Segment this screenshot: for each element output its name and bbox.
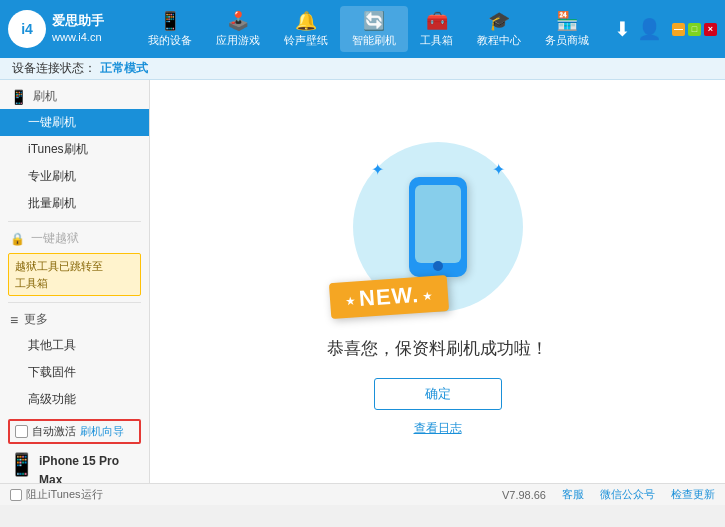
itunes-row: 阻止iTunes运行	[10, 487, 103, 502]
nav-bar: 📱 我的设备 🕹️ 应用游戏 🔔 铃声壁纸 🔄 智能刷机 🧰 工具箱 🎓 教程中…	[123, 6, 614, 52]
sidebar-item-advanced[interactable]: 高级功能	[0, 386, 149, 413]
body: 📱 刷机 一键刷机 iTunes刷机 专业刷机 批量刷机 🔒 一键越狱 越狱工具…	[0, 80, 725, 483]
auto-activate-checkbox[interactable]	[15, 425, 28, 438]
jailbreak-warning-box: 越狱工具已跳转至工具箱	[8, 253, 141, 296]
success-message: 恭喜您，保资料刷机成功啦！	[327, 337, 548, 360]
sidebar-more-header: ≡ 更多	[0, 307, 149, 332]
more-icon: ≡	[10, 312, 18, 328]
logo-text: 爱思助手 www.i4.cn	[52, 12, 104, 46]
sidebar-section-flash-header: 📱 刷机	[0, 80, 149, 109]
sidebar-item-download-firmware[interactable]: 下载固件	[0, 359, 149, 386]
device-name: iPhone 15 Pro Max	[39, 452, 141, 483]
status-bar: 设备连接状态： 正常模式	[0, 58, 725, 80]
ringtone-icon: 🔔	[295, 10, 317, 32]
nav-item-my-device[interactable]: 📱 我的设备	[136, 6, 204, 52]
smart-flash-label: 智能刷机	[352, 33, 396, 48]
app-name: 爱思助手	[52, 12, 104, 30]
service-label: 务员商城	[545, 33, 589, 48]
auto-activate-row: 自动激活 刷机向导	[8, 419, 141, 444]
close-button[interactable]: ×	[704, 23, 717, 36]
lock-icon: 🔒	[10, 232, 25, 246]
sidebar-item-other-tools[interactable]: 其他工具	[0, 332, 149, 359]
jailbreak-label: 一键越狱	[31, 230, 79, 247]
bottom-bar: 阻止iTunes运行 V7.98.66 客服 微信公众号 检查更新	[0, 483, 725, 505]
toolbox-icon: 🧰	[426, 10, 448, 32]
phone-screen	[415, 185, 461, 263]
nav-item-service[interactable]: 🏪 务员商城	[533, 6, 601, 52]
log-link[interactable]: 查看日志	[414, 420, 462, 437]
tutorial-label: 教程中心	[477, 33, 521, 48]
nav-item-apps-games[interactable]: 🕹️ 应用游戏	[204, 6, 272, 52]
check-update-link[interactable]: 检查更新	[671, 487, 715, 502]
my-device-label: 我的设备	[148, 33, 192, 48]
phone-body	[409, 177, 467, 277]
header-right: ⬇ 👤 — □ ×	[614, 17, 717, 41]
confirm-button[interactable]: 确定	[374, 378, 502, 410]
window-controls: — □ ×	[672, 23, 717, 36]
logo-icon: i4	[21, 21, 33, 37]
itunes-label: 阻止iTunes运行	[26, 487, 103, 502]
device-details: iPhone 15 Pro Max 512GB iPhone	[39, 452, 141, 483]
logo-area: i4 爱思助手 www.i4.cn	[8, 10, 123, 48]
tutorial-icon: 🎓	[488, 10, 510, 32]
main-content: ✦ ✦ ★NEW.★ 恭喜您，保资料刷机成功啦！ 确定 查看日志	[150, 80, 725, 483]
status-prefix: 设备连接状态：	[12, 60, 96, 77]
flash-section-icon: 📱	[10, 89, 27, 105]
nav-item-smart-flash[interactable]: 🔄 智能刷机	[340, 6, 408, 52]
success-illustration: ✦ ✦ ★NEW.★	[338, 127, 538, 327]
sparkle-top-left-icon: ✦	[371, 160, 384, 179]
smart-flash-icon: 🔄	[363, 10, 385, 32]
nav-item-tutorial[interactable]: 🎓 教程中心	[465, 6, 533, 52]
toolbox-label: 工具箱	[420, 33, 453, 48]
jailbreak-warning-text: 越狱工具已跳转至工具箱	[15, 260, 103, 289]
sidebar: 📱 刷机 一键刷机 iTunes刷机 专业刷机 批量刷机 🔒 一键越狱 越狱工具…	[0, 80, 150, 483]
new-star-right: ★	[421, 289, 432, 301]
minimize-button[interactable]: —	[672, 23, 685, 36]
sidebar-item-one-key-flash[interactable]: 一键刷机	[0, 109, 149, 136]
auto-activate-label: 自动激活	[32, 424, 76, 439]
status-mode: 正常模式	[100, 60, 148, 77]
sidebar-divider-2	[8, 302, 141, 303]
device-info-row: 📱 iPhone 15 Pro Max 512GB iPhone	[0, 448, 149, 483]
sidebar-item-pro-flash[interactable]: 专业刷机	[0, 163, 149, 190]
version-text: V7.98.66	[502, 489, 546, 501]
bottom-right: V7.98.66 客服 微信公众号 检查更新	[502, 487, 715, 502]
phone-home-button	[433, 261, 443, 271]
sidebar-item-batch-flash[interactable]: 批量刷机	[0, 190, 149, 217]
sidebar-item-itunes-flash[interactable]: iTunes刷机	[0, 136, 149, 163]
new-banner: ★NEW.★	[328, 274, 448, 318]
logo-circle: i4	[8, 10, 46, 48]
download-icon[interactable]: ⬇	[614, 17, 631, 41]
apps-games-icon: 🕹️	[227, 10, 249, 32]
device-phone-icon: 📱	[8, 452, 35, 478]
nav-item-ringtone[interactable]: 🔔 铃声壁纸	[272, 6, 340, 52]
customer-service-link[interactable]: 客服	[562, 487, 584, 502]
apps-games-label: 应用游戏	[216, 33, 260, 48]
more-label: 更多	[24, 311, 48, 328]
wechat-link[interactable]: 微信公众号	[600, 487, 655, 502]
app-url: www.i4.cn	[52, 30, 104, 45]
service-icon: 🏪	[556, 10, 578, 32]
sidebar-divider-1	[8, 221, 141, 222]
sidebar-jailbreak-header: 🔒 一键越狱	[0, 226, 149, 251]
itunes-checkbox[interactable]	[10, 489, 22, 501]
nav-item-toolbox[interactable]: 🧰 工具箱	[408, 6, 465, 52]
new-star-left: ★	[345, 295, 356, 307]
header: i4 爱思助手 www.i4.cn 📱 我的设备 🕹️ 应用游戏 🔔 铃声壁纸 …	[0, 0, 725, 58]
guide-label[interactable]: 刷机向导	[80, 424, 124, 439]
flash-section-label: 刷机	[33, 88, 57, 105]
maximize-button[interactable]: □	[688, 23, 701, 36]
new-text: NEW.	[358, 281, 420, 310]
ringtone-label: 铃声壁纸	[284, 33, 328, 48]
sparkle-top-right-icon: ✦	[492, 160, 505, 179]
user-icon[interactable]: 👤	[637, 17, 662, 41]
my-device-icon: 📱	[159, 10, 181, 32]
